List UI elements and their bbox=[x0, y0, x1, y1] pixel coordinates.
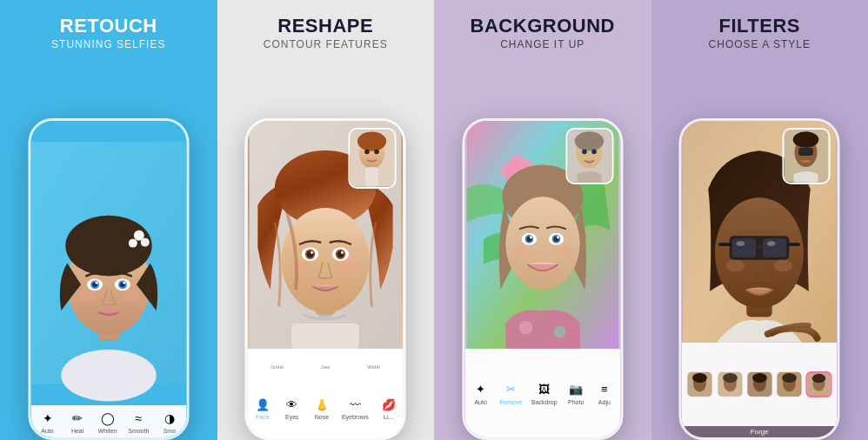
reshape-toolbar: Smile Jaw Width 👤 Face 👁 bbox=[248, 349, 404, 437]
svg-rect-76 bbox=[718, 243, 732, 246]
background-thumb bbox=[565, 128, 613, 184]
svg-point-65 bbox=[591, 150, 597, 155]
svg-rect-71 bbox=[732, 238, 756, 257]
reshape-thumb bbox=[349, 128, 397, 189]
svg-point-40 bbox=[375, 150, 380, 155]
panel-reshape: RESHAPE CONTOUR FEATURES bbox=[217, 0, 435, 440]
tool-heal[interactable]: ✏ Heal bbox=[68, 410, 87, 434]
panel-background: BACKGROUND CHANGE IT UP bbox=[434, 0, 651, 440]
tool-bg-remove[interactable]: ✂ Remove bbox=[499, 382, 522, 405]
svg-point-33 bbox=[291, 260, 311, 272]
svg-point-39 bbox=[364, 150, 370, 155]
svg-point-89 bbox=[723, 373, 738, 383]
svg-rect-73 bbox=[756, 245, 763, 249]
svg-rect-38 bbox=[365, 167, 378, 186]
reshape-phone: Smile Jaw Width 👤 Face 👁 bbox=[245, 118, 406, 440]
svg-point-60 bbox=[553, 326, 565, 338]
reshape-subtitle: CONTOUR FEATURES bbox=[264, 38, 388, 50]
svg-point-16 bbox=[123, 282, 125, 284]
tool-smo2[interactable]: ◑ Smo bbox=[160, 410, 179, 434]
tool-smooth[interactable]: ≈ Smooth bbox=[128, 410, 149, 434]
svg-point-59 bbox=[519, 321, 533, 335]
svg-point-57 bbox=[511, 247, 527, 257]
retouch-phone: ✦ Auto ✏ Heal ◯ Whiten ≈ Smooth ◑ Smo bbox=[28, 118, 189, 440]
tool-auto[interactable]: ✦ Auto bbox=[38, 410, 57, 434]
tool-bg-backdrop[interactable]: 🖼 Backdrop bbox=[531, 382, 558, 405]
filters-strip bbox=[682, 343, 838, 426]
svg-rect-21 bbox=[291, 323, 359, 349]
svg-rect-77 bbox=[787, 243, 801, 246]
eyes-icon: 👁 bbox=[283, 397, 302, 412]
svg-point-37 bbox=[357, 131, 386, 150]
auto-label: Auto bbox=[41, 428, 53, 434]
filter-thumb-5[interactable] bbox=[806, 371, 832, 397]
tool-nose[interactable]: 👃 Nose bbox=[312, 397, 331, 420]
tool-bg-photo[interactable]: 📷 Photo bbox=[566, 382, 585, 405]
face-label: Face bbox=[256, 414, 270, 420]
heal-label: Heal bbox=[71, 428, 83, 434]
reshape-main-image bbox=[248, 121, 404, 349]
filters-subtitle: CHOOSE A STYLE bbox=[709, 38, 811, 50]
filter-thumb-1[interactable] bbox=[687, 371, 713, 397]
retouch-image bbox=[30, 121, 186, 405]
svg-point-82 bbox=[793, 131, 819, 148]
filters-header: FILTERS CHOOSE A STYLE bbox=[691, 0, 828, 59]
svg-point-8 bbox=[129, 239, 137, 248]
svg-point-64 bbox=[582, 150, 587, 155]
svg-point-79 bbox=[774, 260, 793, 272]
svg-point-12 bbox=[95, 282, 97, 284]
heal-icon: ✏ bbox=[68, 410, 87, 426]
svg-point-18 bbox=[122, 290, 139, 301]
nose-icon: 👃 bbox=[312, 397, 331, 412]
whiten-icon: ◯ bbox=[98, 410, 117, 426]
smooth-label: Smooth bbox=[128, 428, 149, 434]
svg-point-98 bbox=[812, 374, 826, 383]
reshape-header: RESHAPE CONTOUR FEATURES bbox=[246, 0, 405, 59]
bg-photo-label: Photo bbox=[568, 399, 584, 405]
retouch-subtitle: STUNNING SELFIES bbox=[51, 38, 165, 50]
retouch-toolbar: ✦ Auto ✏ Heal ◯ Whiten ≈ Smooth ◑ Smo bbox=[30, 405, 186, 437]
smo2-label: Smo bbox=[164, 428, 176, 434]
eyes-label: Eyes bbox=[285, 414, 299, 420]
bg-backdrop-label: Backdrop bbox=[531, 399, 558, 405]
svg-point-28 bbox=[310, 251, 313, 254]
retouch-title: RETOUCH bbox=[51, 16, 165, 37]
svg-point-63 bbox=[575, 131, 604, 150]
panel-retouch: RETOUCH STUNNING SELFIES bbox=[0, 0, 217, 440]
tool-lips[interactable]: 💋 Li... bbox=[379, 397, 398, 420]
svg-point-78 bbox=[726, 260, 745, 272]
width-label: Width bbox=[367, 364, 380, 370]
lips-label: Li... bbox=[384, 414, 393, 420]
tool-eyes[interactable]: 👁 Eyes bbox=[283, 397, 302, 420]
filters-image-area bbox=[682, 121, 838, 343]
svg-point-75 bbox=[767, 241, 776, 246]
background-header: BACKGROUND CHANGE IT UP bbox=[453, 0, 632, 59]
bg-adjust-label: Adju bbox=[598, 399, 611, 405]
svg-point-74 bbox=[737, 241, 745, 246]
bg-auto-icon: ✦ bbox=[471, 382, 491, 397]
tool-smile[interactable]: Smile bbox=[270, 364, 284, 370]
background-toolbar: ✦ Auto ✂ Remove 🖼 Backdrop 📷 Photo ≡ bbox=[464, 349, 620, 437]
filter-thumb-2[interactable] bbox=[717, 371, 743, 397]
tool-face[interactable]: 👤 Face bbox=[253, 397, 272, 420]
auto-icon: ✦ bbox=[38, 410, 57, 426]
tool-eyebrows[interactable]: 〰 Eyebrows bbox=[342, 397, 369, 420]
background-subtitle: CHANGE IT UP bbox=[471, 38, 615, 50]
tool-whiten[interactable]: ◯ Whiten bbox=[98, 410, 117, 434]
tool-bg-adjust[interactable]: ≡ Adju bbox=[595, 382, 614, 405]
background-title: BACKGROUND bbox=[471, 16, 615, 37]
tool-width[interactable]: Width bbox=[367, 364, 380, 370]
svg-point-92 bbox=[752, 373, 767, 383]
filters-phone: Forge bbox=[679, 118, 840, 440]
svg-point-52 bbox=[530, 236, 532, 238]
filter-thumb-3[interactable] bbox=[746, 371, 772, 397]
svg-rect-72 bbox=[763, 238, 786, 257]
filter-thumb-4[interactable] bbox=[776, 371, 802, 397]
tool-bg-auto[interactable]: ✦ Auto bbox=[471, 382, 491, 405]
background-screen: ✦ Auto ✂ Remove 🖼 Backdrop 📷 Photo ≡ bbox=[464, 121, 620, 437]
retouch-screen: ✦ Auto ✏ Heal ◯ Whiten ≈ Smooth ◑ Smo bbox=[30, 121, 186, 437]
svg-point-56 bbox=[557, 236, 559, 238]
tool-jaw[interactable]: Jaw bbox=[321, 364, 331, 370]
panel-filters: FILTERS CHOOSE A STYLE bbox=[651, 0, 869, 440]
svg-point-7 bbox=[141, 238, 150, 247]
